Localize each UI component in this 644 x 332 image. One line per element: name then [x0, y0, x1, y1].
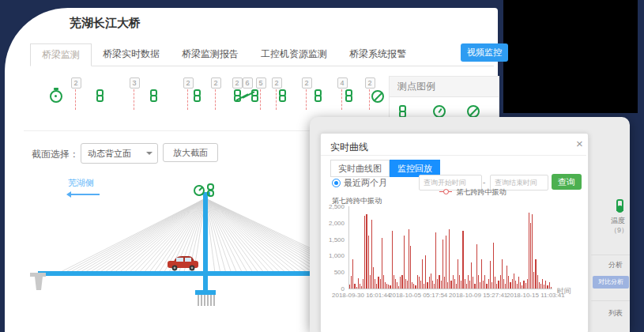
tab-1[interactable]: 桥梁实时数据 — [92, 43, 171, 66]
chart-bar — [540, 284, 541, 289]
chart-bar — [351, 276, 352, 289]
chart-bar — [493, 243, 494, 289]
chain-sensor-icon — [399, 105, 406, 118]
sensor-dash-line — [341, 89, 343, 110]
chain-sensor-icon — [96, 89, 104, 102]
recent-two-months-radio[interactable] — [332, 179, 341, 187]
chart-bar — [518, 277, 519, 289]
chart-bar — [520, 282, 521, 289]
sensor-dash-line — [276, 89, 277, 110]
sensor-count-column: 2 — [183, 74, 194, 110]
sensor-dash-line — [306, 89, 307, 110]
thermometer-icon — [616, 199, 623, 211]
tab-4[interactable]: 桥梁系统报警 — [338, 43, 417, 66]
chart-bar — [500, 275, 501, 289]
left-pier-cap — [30, 273, 46, 277]
chart-bar — [523, 281, 524, 289]
chart-bar — [378, 277, 378, 289]
no-data-icon — [467, 105, 480, 118]
compare-analysis-button[interactable]: 对比分析 — [593, 276, 629, 289]
strip-divider — [591, 300, 630, 301]
chart-bar — [525, 283, 526, 289]
page-title: 芜湖长江大桥 — [70, 16, 141, 31]
sensor-count-column: 2 — [70, 74, 81, 110]
sensor-dash-line — [260, 89, 262, 110]
range-separator: - — [483, 178, 485, 187]
tab-3[interactable]: 工控机资源监测 — [250, 43, 338, 66]
chart-bar — [352, 259, 353, 289]
chart-bar — [360, 284, 360, 289]
chart-bar — [373, 267, 374, 289]
sensor-count-column: 2 — [364, 74, 375, 110]
chart-bar — [386, 284, 387, 289]
chart-bar — [437, 279, 438, 289]
chart-bar — [453, 275, 454, 289]
chart-bar — [544, 285, 544, 289]
sensor-count-badge: 2 — [183, 77, 194, 89]
x-tick-label: 2018-10-15 11:03:41 — [507, 292, 565, 299]
sensor-count-column: 3 — [129, 74, 140, 110]
chart-bar — [395, 279, 396, 289]
sensor-dash-line — [187, 89, 189, 110]
video-monitor-button[interactable]: 视频监控 — [461, 43, 508, 62]
chart-bar — [354, 284, 355, 289]
chart-bar — [498, 281, 499, 289]
chart-bar — [478, 275, 479, 289]
close-icon[interactable]: × — [576, 137, 583, 150]
section-select-value: 动态背立面 — [88, 149, 131, 158]
chain-sensor-icon — [279, 89, 286, 102]
chart-bar — [542, 279, 543, 289]
chart-bar — [446, 236, 446, 289]
sensor-count-badge: 2 — [272, 77, 282, 89]
chart-bar — [368, 236, 369, 289]
sensor-count-column: 2 — [232, 74, 243, 89]
chart-bar — [473, 277, 473, 289]
y-tick-label: 2,000 — [314, 220, 345, 227]
chart-bar — [532, 214, 533, 289]
sensor-count-badge: 2 — [302, 77, 312, 89]
chart-bar — [449, 229, 450, 289]
chart-bar — [502, 259, 503, 289]
modal-tab-0[interactable]: 实时曲线图 — [330, 160, 390, 177]
chart-bar — [510, 282, 510, 289]
chart-bar — [517, 284, 518, 289]
chevron-down-icon — [146, 152, 153, 158]
sensor-count-badge: 2 — [365, 77, 375, 89]
chart-legend[interactable]: 第七跨跨中振动 — [439, 187, 507, 198]
chart-bar — [375, 279, 375, 289]
chart-bar — [356, 287, 357, 289]
sensor-count-column: 6 — [242, 74, 253, 89]
chart-bar — [410, 246, 411, 289]
chart-bar — [383, 275, 384, 289]
section-select-label: 截面选择： — [32, 148, 79, 161]
tab-2[interactable]: 桥梁监测报告 — [171, 43, 250, 66]
enlarge-section-button[interactable]: 放大截面 — [163, 143, 218, 162]
y-tick-label: 2,500 — [314, 203, 345, 210]
blacked-out-region — [503, 0, 638, 113]
chart-bar — [382, 238, 382, 289]
chart-bar — [413, 284, 414, 289]
tower-foundation — [195, 290, 216, 295]
section-select-dropdown[interactable]: 动态背立面 — [81, 143, 158, 164]
chart-bar — [435, 232, 436, 289]
y-tick-label: 1,000 — [314, 252, 345, 259]
chart-bar — [397, 282, 397, 289]
chart-bar — [364, 216, 365, 289]
chart-bar — [409, 229, 409, 289]
chart-bar — [358, 278, 359, 289]
chart-bar — [484, 275, 485, 289]
chart-bar — [539, 282, 540, 289]
sensor-dash-line — [75, 89, 77, 110]
gauge-icon — [433, 105, 446, 118]
query-button[interactable]: 查询 — [552, 174, 582, 190]
chart-bar — [434, 284, 435, 289]
chart-bar — [468, 275, 469, 289]
chain-sensor-icon — [150, 89, 157, 102]
chart-bar — [429, 277, 430, 289]
chart-bar — [495, 277, 495, 289]
deflection-chart — [348, 206, 552, 289]
chart-bar — [447, 282, 448, 289]
tab-0[interactable]: 桥梁监测 — [30, 43, 92, 66]
chart-bar — [394, 275, 394, 289]
chart-bar — [417, 275, 418, 289]
